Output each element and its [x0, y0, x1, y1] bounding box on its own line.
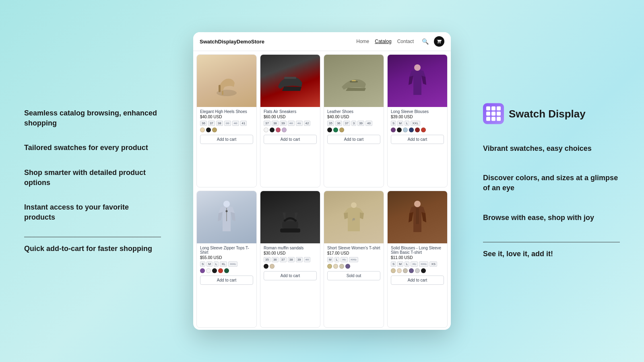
add-to-cart-solid-blouse[interactable]: Add to cart [391, 276, 444, 285]
size-tag[interactable]: 38 [216, 121, 223, 126]
size-tag[interactable]: 40 [365, 121, 372, 126]
size-tag[interactable]: XL [341, 257, 348, 262]
size-tag[interactable]: L [405, 121, 409, 126]
size-tag[interactable]: XXL [411, 121, 420, 126]
size-tag[interactable]: 36 [272, 257, 279, 262]
size-tag[interactable]: XXL [228, 261, 237, 267]
color-swatch[interactable] [206, 128, 211, 132]
color-swatch[interactable] [270, 264, 275, 269]
product-price-heels: $40.00 USD [200, 115, 253, 119]
size-tag[interactable]: 3 [351, 121, 356, 126]
size-tag[interactable]: 37 [264, 121, 270, 126]
product-name-sandals: Roman muffin sandals [264, 246, 317, 250]
color-swatch[interactable] [212, 268, 217, 273]
size-tag[interactable]: 37 [208, 121, 215, 126]
logo-dot [497, 107, 501, 111]
add-to-cart-blouse[interactable]: Add to cart [391, 135, 444, 144]
color-swatch[interactable] [339, 264, 344, 269]
size-tag[interactable]: L [214, 261, 219, 267]
size-tag[interactable]: 36 [200, 121, 207, 126]
color-swatch[interactable] [409, 268, 414, 273]
size-tag[interactable]: XL [411, 261, 418, 267]
size-tag[interactable]: S [391, 121, 396, 126]
swatches-solid-blouse [391, 268, 444, 273]
color-swatch[interactable] [397, 128, 402, 132]
color-swatch[interactable] [397, 268, 402, 273]
sizes-tshirt: M L XL XXL [327, 257, 380, 262]
color-swatch[interactable] [327, 264, 332, 269]
color-swatch[interactable] [264, 264, 268, 269]
size-tag[interactable]: 40 [232, 121, 239, 126]
sold-out-tshirt[interactable]: Sold out [327, 271, 380, 280]
add-to-cart-sandals[interactable]: Add to cart [264, 271, 317, 280]
color-swatch[interactable] [421, 128, 426, 132]
size-tag[interactable]: XXL [349, 257, 358, 262]
nav-contact[interactable]: Contact [397, 39, 414, 44]
size-tag[interactable]: XXL [419, 261, 428, 267]
size-tag[interactable]: M [397, 121, 403, 126]
product-image-sneakers [260, 55, 320, 107]
size-tag[interactable]: 40 [304, 257, 311, 262]
cart-icon[interactable] [434, 36, 444, 47]
nav-home[interactable]: Home [356, 39, 369, 44]
left-feature-4: Instant access to your favorite products [24, 202, 161, 222]
size-tag[interactable]: 38 [272, 121, 279, 126]
size-tag[interactable]: 39 [280, 121, 287, 126]
color-swatch[interactable] [200, 128, 205, 132]
color-swatch[interactable] [212, 128, 217, 132]
color-swatch[interactable] [218, 268, 223, 273]
search-icon[interactable]: 🔍 [420, 37, 430, 46]
size-tag[interactable]: S [200, 261, 205, 267]
color-swatch[interactable] [327, 128, 332, 132]
size-tag[interactable]: 39 [224, 121, 231, 126]
size-tag[interactable]: 39 [357, 121, 364, 126]
color-swatch[interactable] [415, 128, 420, 132]
add-to-cart-heels[interactable]: Add to cart [200, 135, 253, 144]
size-tag[interactable]: 41 [240, 121, 247, 126]
size-tag[interactable]: 35 [327, 121, 334, 126]
add-to-cart-loafers[interactable]: Add to cart [327, 135, 380, 144]
add-to-cart-zipper[interactable]: Add to cart [200, 276, 253, 285]
size-tag[interactable]: 39 [296, 257, 303, 262]
product-name-blouse: Long Sleeve Blouses [391, 109, 444, 114]
size-tag[interactable]: 35 [264, 257, 270, 262]
size-tag[interactable]: 38 [288, 257, 295, 262]
color-swatch[interactable] [415, 268, 420, 273]
color-swatch[interactable] [409, 128, 414, 132]
color-swatch[interactable] [200, 268, 205, 273]
size-tag[interactable]: S [391, 261, 396, 267]
size-tag[interactable]: L [405, 261, 409, 267]
color-swatch[interactable] [421, 268, 426, 273]
color-swatch[interactable] [403, 128, 408, 132]
nav-catalog[interactable]: Catalog [375, 39, 391, 44]
size-tag[interactable]: 37 [280, 257, 287, 262]
color-swatch[interactable] [345, 264, 350, 269]
size-tag[interactable]: XS [429, 261, 437, 267]
color-swatch[interactable] [391, 268, 396, 273]
color-swatch[interactable] [206, 268, 211, 273]
size-tag[interactable]: 37 [343, 121, 350, 126]
product-info-loafers: Leather Shoes $40.00 USD 35 36 37 3 39 4… [324, 107, 384, 146]
add-to-cart-sneakers[interactable]: Add to cart [264, 135, 317, 144]
size-tag[interactable]: 41 [296, 121, 303, 126]
color-swatch[interactable] [391, 128, 396, 132]
size-tag[interactable]: M [206, 261, 213, 267]
size-tag[interactable]: 42 [304, 121, 311, 126]
color-swatch[interactable] [403, 268, 408, 273]
size-tag[interactable]: XL [220, 261, 227, 267]
size-tag[interactable]: M [327, 257, 333, 262]
color-swatch[interactable] [276, 128, 281, 132]
product-card-solid-blouse: Solid Blouses - Long Sleeve Slim Basic T… [387, 191, 448, 328]
size-tag[interactable]: L [334, 257, 339, 262]
color-swatch[interactable] [339, 128, 344, 132]
color-swatch[interactable] [270, 128, 275, 132]
size-tag[interactable]: M [397, 261, 403, 267]
size-tag[interactable]: 36 [335, 121, 342, 126]
color-swatch[interactable] [333, 128, 338, 132]
color-swatch[interactable] [333, 264, 338, 269]
color-swatch[interactable] [264, 128, 268, 132]
color-swatch[interactable] [224, 268, 229, 273]
size-tag[interactable]: 40 [288, 121, 295, 126]
product-info-blouse: Long Sleeve Blouses $39.00 USD S M L XXL… [388, 107, 447, 146]
color-swatch[interactable] [282, 128, 287, 132]
